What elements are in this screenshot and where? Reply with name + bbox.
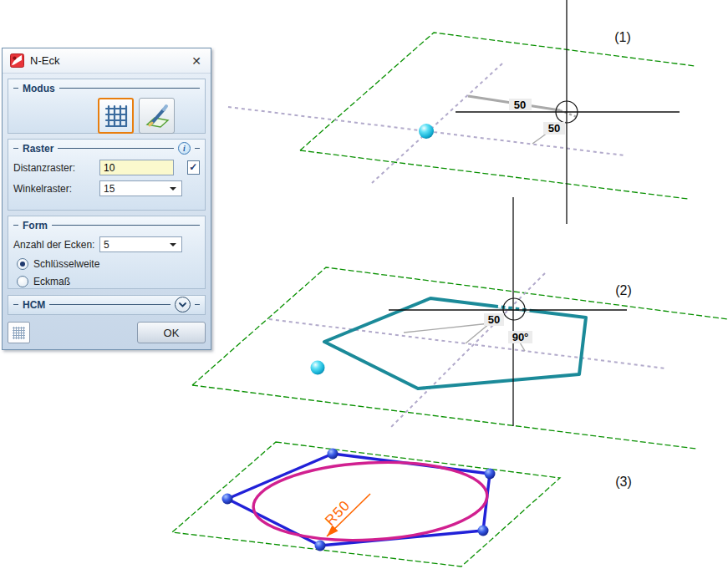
- group-rule: [52, 225, 200, 226]
- group-raster-label: Raster: [23, 143, 53, 155]
- figure-2-label: (2): [615, 283, 632, 297]
- group-modus-label: Modus: [23, 83, 55, 94]
- winkelraster-dropdown[interactable]: 15: [99, 180, 182, 196]
- anzahl-ecken-value: 5: [100, 239, 170, 251]
- distanzraster-checkbox[interactable]: ✓: [187, 160, 200, 175]
- dialog-titlebar[interactable]: N-Eck ✕: [3, 48, 211, 74]
- pencil-icon: [145, 104, 170, 129]
- group-rule: [59, 88, 200, 89]
- figure-1: 50 50 (1): [228, 0, 695, 224]
- anzahl-ecken-label: Anzahl der Ecken:: [13, 239, 99, 251]
- app-window: 50 50 (1) 50 90° (2): [0, 0, 728, 569]
- radio-schluesselweite[interactable]: [17, 258, 28, 270]
- dim-50-distance: 50: [488, 313, 500, 326]
- grid-icon: [104, 104, 128, 128]
- dim-leader-2c: [520, 343, 525, 351]
- dialog-title: N-Eck: [30, 54, 183, 67]
- expand-hcm-button[interactable]: [175, 297, 191, 312]
- dim-line-50-1-dashed: [560, 110, 577, 117]
- figure-1-label: (1): [614, 30, 631, 44]
- group-rule-end: [195, 148, 200, 149]
- dim-90-angle: 90°: [512, 331, 529, 343]
- dropdown-arrow-icon: [170, 187, 176, 191]
- ok-button[interactable]: OK: [137, 322, 206, 343]
- figure-3-label: (3): [615, 475, 632, 489]
- group-rule-end: [195, 304, 200, 305]
- group-modus: Modus: [8, 79, 206, 134]
- radio-schluesselweite-label: Schlüsselweite: [33, 258, 99, 270]
- hicad-app-icon: [10, 53, 24, 68]
- figure-2: 50 90° (2): [192, 197, 728, 449]
- anzahl-ecken-dropdown[interactable]: 5: [99, 236, 182, 252]
- work-plane-1: [300, 33, 695, 199]
- work-plane-2: [192, 267, 728, 449]
- radio-eckmass[interactable]: [17, 276, 28, 287]
- grid-settings-button[interactable]: [8, 322, 30, 343]
- mode-sketch-button[interactable]: [139, 98, 175, 134]
- group-form-label: Form: [23, 220, 48, 231]
- pentagon-blue: [227, 454, 490, 546]
- radio-eckmass-label: Eckmaß: [33, 276, 70, 287]
- distanzraster-input[interactable]: [100, 160, 173, 175]
- work-plane-3: [172, 442, 560, 566]
- grid-line-1-steep: [372, 64, 502, 183]
- distanzraster-label: Distanzraster:: [13, 162, 99, 174]
- distanzraster-field[interactable]: [99, 160, 174, 175]
- start-point-sphere-1: [419, 124, 434, 139]
- winkelraster-label: Winkelraster:: [13, 183, 99, 195]
- dim-50-vertical: 50: [548, 122, 560, 135]
- dim-leader-2a: [404, 323, 490, 333]
- winkelraster-value: 15: [100, 183, 170, 195]
- dim-r50-radius: R50: [322, 497, 353, 529]
- dropdown-arrow-icon: [170, 243, 176, 246]
- dim-50-horizontal: 50: [514, 99, 526, 111]
- group-collapse-dash: [13, 148, 18, 149]
- n-eck-dialog: N-Eck ✕ Modus: [2, 48, 211, 350]
- close-icon[interactable]: ✕: [189, 54, 204, 68]
- group-collapse-dash: [13, 225, 18, 226]
- group-rule: [58, 148, 174, 149]
- mode-grid-button[interactable]: [98, 98, 134, 134]
- pentagon-teal: [324, 298, 586, 389]
- dot-grid-icon: [13, 327, 25, 339]
- group-collapse-dash: [13, 304, 18, 305]
- info-icon[interactable]: i: [178, 142, 191, 155]
- figure-3: R50 (3): [172, 442, 632, 566]
- group-hcm: HCM: [8, 295, 206, 315]
- group-collapse-dash: [13, 88, 18, 89]
- group-hcm-label: HCM: [23, 299, 45, 311]
- group-rule: [49, 304, 171, 305]
- group-raster: Raster i Distanzraster: ✓ Winkelraster: …: [8, 139, 206, 211]
- chevron-down-icon: [178, 300, 187, 309]
- radius-dimension: R50: [322, 494, 370, 536]
- start-point-sphere-2: [311, 361, 325, 375]
- group-form: Form Anzahl der Ecken: 5 Schlüsselweite …: [8, 216, 206, 289]
